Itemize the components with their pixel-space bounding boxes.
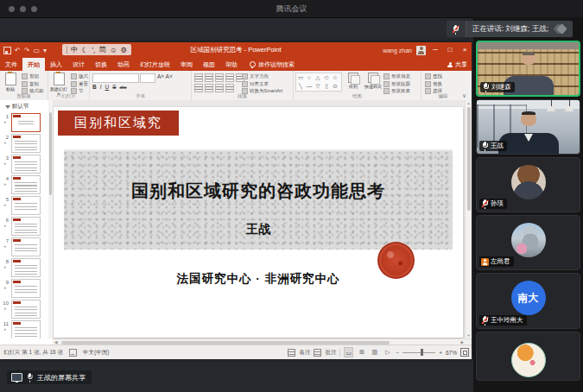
fit-to-window-icon[interactable] [460, 348, 469, 357]
collapse-ribbon-icon[interactable]: ∨ [462, 92, 466, 98]
participant-tile-左尚君[interactable]: 左尚君 [476, 215, 580, 270]
drawing-排列-button[interactable]: 排列 [344, 73, 363, 89]
ppt-tab-文件[interactable]: 文件 [0, 58, 22, 71]
slide-thumbnail-4[interactable]: 4★ [0, 175, 48, 195]
slides-版式[interactable]: 版式 [71, 73, 88, 79]
redo-icon[interactable]: ↷ [24, 45, 30, 56]
thumbnail-preview[interactable] [11, 237, 41, 256]
ime-emoji-icon[interactable]: ☺ [110, 46, 117, 54]
slide-thumbnail-2[interactable]: 2★ [0, 134, 48, 154]
reading-view-button[interactable]: ▥ [370, 347, 379, 357]
shape-icon[interactable]: — [305, 82, 314, 91]
thumbnail-preview[interactable] [11, 134, 41, 153]
account-avatar[interactable] [416, 46, 426, 55]
normal-view-button[interactable]: ▭ [344, 347, 353, 357]
editing-替换[interactable]: 替换 [425, 81, 442, 87]
font-size-input[interactable] [140, 73, 155, 83]
ime-chinese-mode-icon[interactable]: 中 [71, 45, 79, 55]
slide-thumbnail-9[interactable]: 9★ [0, 279, 48, 299]
input-method-bar[interactable]: 中☾’,简☺⚙ [62, 44, 131, 55]
ppt-share-button[interactable]: 共享 [447, 58, 467, 71]
slide-thumbnail-8[interactable]: 8★ [0, 258, 48, 278]
thumbnail-preview[interactable] [11, 217, 41, 236]
zoom-out-icon[interactable]: − [396, 350, 399, 356]
ppt-tab-幻灯片放映[interactable]: 幻灯片放映 [135, 58, 175, 71]
tell-me-search[interactable]: 操作说明搜索 [250, 58, 295, 71]
shape-icon[interactable]: ☆ [331, 73, 339, 82]
ppt-tab-设计[interactable]: 设计 [67, 58, 90, 71]
editing-查找[interactable]: 查找 [425, 73, 442, 79]
slide-thumbnail-6[interactable]: 6★ [0, 217, 48, 237]
ime-night-mode-icon[interactable]: ☾ [82, 46, 89, 54]
thumbnail-preview[interactable] [11, 155, 41, 174]
muted-mic-icon[interactable] [447, 21, 466, 37]
start-slideshow-icon[interactable]: ▭ [33, 45, 40, 56]
paragraph-对齐文本[interactable]: 对齐文本 [242, 81, 282, 87]
thumbnail-preview[interactable] [11, 300, 41, 319]
slide-thumbnail-10[interactable]: 10★ [0, 300, 48, 319]
section-header[interactable]: 默认节 [5, 103, 29, 111]
spellcheck-icon[interactable] [69, 349, 77, 357]
close-button[interactable]: × [459, 42, 470, 58]
font-U-button[interactable]: U [105, 84, 110, 90]
ime-simplified-icon[interactable]: 简 [98, 45, 106, 55]
language-indicator[interactable]: 中文(中国) [83, 349, 109, 357]
ppt-tab-切换[interactable]: 切换 [90, 58, 112, 71]
thumbnail-preview[interactable] [11, 258, 41, 277]
shape-icon[interactable]: △ [314, 73, 322, 82]
ppt-tab-视图[interactable]: 视图 [198, 58, 220, 71]
grow-shrink-font-icons[interactable]: A˄ A˅ [157, 73, 173, 79]
font-S-button[interactable]: S [112, 84, 116, 90]
ppt-tab-动画[interactable]: 动画 [112, 58, 135, 71]
participant-tile-6[interactable] [476, 332, 580, 381]
shape-icon[interactable]: ▯ [322, 82, 331, 91]
shape-icon[interactable]: ○ [305, 73, 314, 82]
thumbnail-preview[interactable] [11, 196, 41, 215]
ppt-tab-开始[interactable]: 开始 [22, 58, 45, 71]
ppt-tab-审阅[interactable]: 审阅 [175, 58, 198, 71]
shape-icon[interactable]: ◇ [322, 73, 331, 82]
drawing-快速样式-button[interactable]: 快速样式 [364, 73, 383, 89]
paragraph-文字方向[interactable]: 文字方向 [242, 73, 282, 79]
slide-thumbnail-3[interactable]: 3★ [0, 155, 48, 174]
shape-icon[interactable]: ╲ [296, 82, 305, 91]
slide-sorter-view-button[interactable]: ⊞ [357, 347, 366, 357]
alignment-buttons[interactable] [194, 84, 234, 92]
notes-toggle[interactable]: 备注 [299, 349, 310, 357]
save-icon[interactable] [3, 47, 11, 54]
font-style-buttons[interactable]: BIUSabc [92, 84, 127, 90]
participant-tile-孙瑛[interactable]: 孙瑛 [476, 157, 580, 212]
drawing-形状填充[interactable]: 形状填充 [383, 73, 410, 79]
clipboard-复制[interactable]: 复制 [22, 81, 44, 87]
slide-thumbnail-7[interactable]: 7★ [0, 237, 48, 257]
zoom-level[interactable]: 67% [446, 350, 457, 356]
drawing-形状轮廓[interactable]: 形状轮廓 [383, 81, 410, 87]
font-I-button[interactable]: I [100, 84, 102, 90]
slide-thumbnail-5[interactable]: 5★ [0, 196, 48, 216]
thumbnail-preview[interactable] [11, 113, 41, 132]
participant-tile-王战[interactable]: 王战 [476, 99, 580, 155]
slide-vertical-scrollbar[interactable]: ▲ ▼ [465, 100, 472, 338]
paste-button[interactable]: 粘贴 [1, 73, 20, 92]
font-abc-button[interactable]: abc [120, 85, 127, 90]
scroll-down-icon[interactable]: ▼ [466, 333, 472, 338]
slide[interactable]: 国别和区域究 国别和区域研究的咨政功能思考 王战 法国研究中心 · 非洲研究中心 [54, 107, 463, 338]
maximize-button[interactable]: □ [445, 42, 455, 58]
clipboard-剪切[interactable]: 剪切 [22, 73, 44, 79]
ime-punctuation-icon[interactable]: ’, [92, 46, 95, 54]
minimize-button[interactable]: ─ [430, 42, 440, 58]
notes-icon[interactable] [288, 349, 295, 357]
list-indent-buttons[interactable] [194, 73, 244, 82]
scroll-up-icon[interactable]: ▲ [466, 101, 472, 105]
comments-toggle[interactable]: 批注 [325, 349, 336, 357]
font-name-input[interactable] [92, 73, 139, 83]
thumbnail-preview[interactable] [11, 175, 41, 194]
zoom-slider[interactable] [402, 348, 435, 357]
shape-icon[interactable]: ⊙ [331, 82, 339, 91]
ppt-tab-插入[interactable]: 插入 [45, 58, 67, 71]
ime-settings-icon[interactable]: ⚙ [121, 46, 128, 54]
participant-tile-王中玲南大[interactable]: 南大王中玲南大 [476, 273, 580, 329]
ppt-tab-帮助[interactable]: 帮助 [220, 58, 243, 71]
thumbnail-preview[interactable] [11, 320, 41, 338]
comments-icon[interactable] [314, 349, 321, 357]
